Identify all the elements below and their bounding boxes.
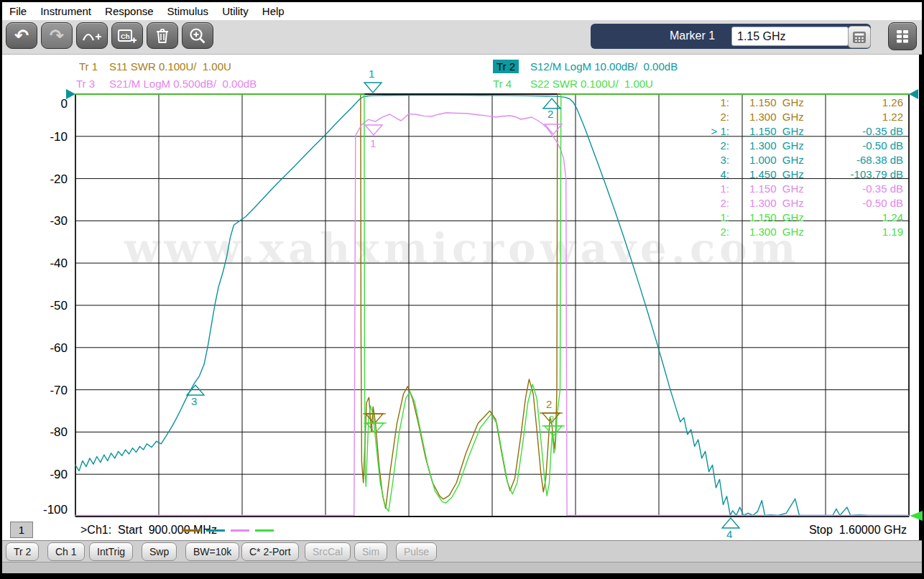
y-axis-tick-label: -10 (26, 130, 68, 144)
redo-button[interactable]: ↷ (41, 22, 73, 49)
marker-readout-idx: 2: (688, 139, 729, 152)
add-marker-icon (82, 28, 102, 44)
status-active-trace[interactable]: Tr 2 (6, 542, 39, 561)
marker-readout-val: 1.24 (803, 211, 903, 223)
marker-label-tr2: 1 (369, 68, 374, 79)
trace1-title[interactable]: Tr 1 (79, 60, 98, 73)
trace-manager-button[interactable] (888, 22, 917, 50)
undo-button[interactable]: ↶ (6, 22, 37, 49)
add-channel-button[interactable]: Ch (111, 22, 143, 49)
marker-label-tr4: 2 (549, 414, 554, 424)
marker-readout-idx: 2: (688, 111, 729, 123)
y-axis-tick-label: 0 (26, 97, 68, 111)
keypad-icon (852, 31, 867, 44)
trace3-title[interactable]: Tr 3 (76, 78, 95, 90)
status-calibration[interactable]: C* 2-Port (241, 542, 299, 561)
status-srccal: SrcCal (305, 542, 351, 561)
delete-icon (154, 27, 171, 45)
menu-bar: File Instrument Response Stimulus Utilit… (2, 2, 922, 20)
marker-readout-idx: 2: (688, 197, 729, 209)
trace2-format: S12/M LogM 10.00dB/ 0.00dB (530, 60, 678, 73)
marker-readout-val: -68.38 dB (803, 154, 903, 166)
y-axis-tick-label: -30 (26, 214, 68, 228)
y-axis-tick-label: -20 (26, 172, 68, 187)
y-axis-tick-label: -50 (26, 299, 68, 313)
status-active-channel[interactable]: Ch 1 (47, 542, 85, 561)
status-bar (2, 540, 922, 562)
marker-readout-val: -0.35 dB (803, 182, 903, 195)
marker-label-tr3: 1 (370, 138, 376, 149)
y-axis-tick-label: -60 (26, 341, 68, 356)
trace4-legend-dash (255, 529, 274, 532)
marker-readout-val: 1.22 (803, 111, 903, 123)
marker-readout-val: -0.35 dB (803, 125, 903, 137)
y-axis-tick-label: -40 (26, 256, 68, 271)
marker-readout-idx: 4: (688, 168, 729, 180)
trace2-title-active[interactable]: Tr 2 (493, 60, 519, 73)
marker-label-tr2: 4 (726, 529, 732, 539)
add-marker-button[interactable] (76, 22, 108, 49)
y-axis-tick-label: -100 (26, 503, 68, 517)
y-axis-tick-label: -80 (26, 425, 68, 440)
menu-file[interactable]: File (9, 5, 27, 17)
marker-readout-idx: 1: (688, 211, 729, 223)
add-channel-icon: Ch (117, 27, 137, 45)
redo-icon: ↷ (50, 27, 64, 45)
trace2-legend-dash (206, 529, 225, 532)
status-trigger[interactable]: IntTrig (89, 542, 133, 561)
y-axis-tick-label: -70 (26, 384, 68, 398)
marker-readout-val: -103.79 dB (803, 168, 903, 180)
marker-readout-val: -0.50 dB (803, 197, 903, 209)
trace1-format: S11 SWR 0.100U/ 1.00U (109, 60, 231, 73)
undo-icon: ↶ (14, 27, 29, 45)
marker-readout-val: 1.26 (803, 96, 903, 108)
marker-label-tr2: 3 (191, 396, 197, 407)
marker-frequency-input[interactable] (731, 27, 849, 46)
status-sim: Sim (354, 542, 387, 561)
channel-number-badge[interactable]: 1 (10, 522, 33, 538)
menu-utility[interactable]: Utility (222, 5, 249, 17)
trace3-format: S21/M LogM 0.500dB/ 0.00dB (109, 78, 257, 90)
status-pulse: Pulse (396, 542, 437, 561)
trace3-legend-dash (231, 529, 249, 532)
zoom-in-icon (188, 27, 207, 45)
status-bandwidth[interactable]: BW=10k (185, 542, 239, 561)
zoom-in-button[interactable] (182, 22, 213, 49)
marker-readout-idx: 1: (688, 182, 729, 195)
marker-readout-val: 1.19 (803, 226, 903, 238)
channel-stop-label: Stop 1.60000 GHz (776, 524, 907, 537)
trace4-title[interactable]: Tr 4 (493, 78, 512, 90)
marker-readout-idx: 3: (688, 154, 729, 166)
keypad-button[interactable] (848, 26, 871, 48)
trace4-format: S22 SWR 0.100U/ 1.00U (530, 78, 653, 90)
menu-instrument[interactable]: Instrument (40, 5, 91, 17)
svg-text:Ch: Ch (121, 32, 130, 40)
marker-label-tr1: 1 (369, 425, 374, 434)
marker-readout-idx: > 1: (688, 125, 729, 137)
bottom-strip (2, 562, 922, 573)
menu-help[interactable]: Help (262, 5, 285, 17)
status-sweep[interactable]: Swp (142, 542, 177, 561)
trace-manager-icon (895, 29, 910, 45)
delete-button[interactable] (147, 22, 178, 49)
y-axis-tick-label: -90 (26, 468, 68, 482)
marker-entry-label: Marker 1 (670, 29, 715, 42)
menu-response[interactable]: Response (105, 5, 154, 17)
marker-label-tr1: 2 (546, 399, 552, 409)
marker-readout-idx: 2: (688, 226, 729, 238)
trace1-legend-dash (182, 529, 200, 532)
marker-readout-val: -0.50 dB (803, 139, 903, 152)
menu-stimulus[interactable]: Stimulus (167, 5, 209, 17)
marker-readout-idx: 1: (688, 96, 729, 108)
marker-label-tr2: 2 (548, 108, 553, 119)
